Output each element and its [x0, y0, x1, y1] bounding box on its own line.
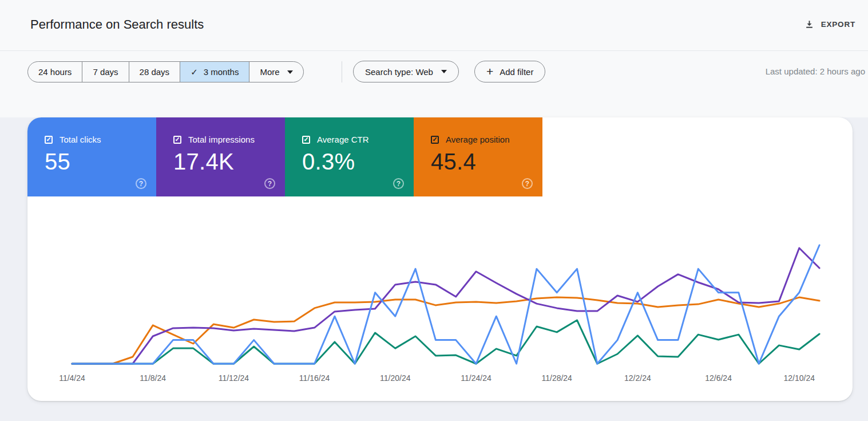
add-filter-label: Add filter	[500, 67, 533, 77]
x-axis-label: 11/16/24	[299, 373, 330, 383]
performance-chart[interactable]: 11/4/2411/8/2411/12/2411/16/2411/20/2411…	[27, 196, 853, 401]
last-updated: Last updated: 2 hours ago	[766, 66, 865, 76]
checkbox-checked-icon[interactable]: ✓	[173, 136, 181, 144]
metric-card-label: Average CTR	[317, 135, 369, 144]
page-title: Performance on Search results	[30, 17, 204, 32]
search-console-performance-page: Performance on Search results EXPORT 24 …	[0, 0, 868, 421]
date-range-24-hours[interactable]: 24 hours	[28, 62, 82, 82]
metric-card-header: ✓Total clicks	[45, 135, 101, 144]
x-axis-label: 12/2/24	[624, 373, 651, 383]
chevron-down-icon	[287, 70, 293, 74]
add-filter-button[interactable]: + Add filter	[474, 61, 545, 82]
x-axis-label: 11/12/24	[219, 373, 249, 383]
metric-card-value: 17.4K	[173, 149, 234, 175]
metric-card-value: 0.3%	[302, 149, 355, 175]
metric-card-position[interactable]: ✓Average position45.4?	[414, 117, 542, 196]
help-icon[interactable]: ?	[136, 178, 146, 189]
header-divider	[0, 50, 868, 51]
help-icon[interactable]: ?	[393, 178, 404, 189]
metric-card-label: Total impressions	[188, 135, 255, 144]
date-range-label: 28 days	[140, 67, 170, 77]
header-band: Performance on Search results EXPORT 24 …	[0, 0, 868, 117]
ctr-line	[72, 320, 819, 364]
metric-card-label: Total clicks	[60, 135, 101, 144]
help-icon[interactable]: ?	[522, 178, 533, 189]
metric-card-label: Average position	[446, 135, 509, 144]
checkbox-checked-icon[interactable]: ✓	[302, 136, 310, 144]
x-axis-label: 11/8/24	[140, 373, 166, 383]
x-axis-label: 12/10/24	[784, 373, 815, 383]
download-icon	[804, 19, 815, 30]
x-axis-label: 11/20/24	[380, 373, 411, 383]
date-range-selector: 24 hours7 days28 days✓3 monthsMore	[27, 61, 304, 82]
search-type-filter[interactable]: Search type: Web	[353, 61, 459, 82]
date-range-3-months[interactable]: ✓3 months	[180, 62, 249, 82]
date-range-label: 3 months	[204, 67, 239, 77]
search-type-label: Search type: Web	[365, 67, 433, 77]
metric-card-header: ✓Average CTR	[302, 135, 369, 144]
impressions-line	[72, 248, 819, 364]
metric-card-ctr[interactable]: ✓Average CTR0.3%?	[285, 117, 414, 196]
metric-card-value: 55	[45, 149, 70, 175]
export-label: EXPORT	[821, 20, 855, 29]
x-axis-label: 12/6/24	[705, 373, 732, 383]
date-range-more[interactable]: More	[249, 62, 303, 82]
help-icon[interactable]: ?	[264, 178, 275, 189]
metric-card-impressions[interactable]: ✓Total impressions17.4K?	[156, 117, 285, 196]
date-range-label: More	[260, 67, 279, 77]
metric-card-value: 45.4	[431, 149, 476, 175]
chevron-down-icon	[441, 70, 447, 73]
x-axis-label: 11/24/24	[461, 373, 492, 383]
checkmark-icon: ✓	[191, 67, 198, 77]
position-line	[72, 297, 819, 364]
date-range-label: 24 hours	[38, 67, 72, 77]
toolbar-divider	[342, 61, 342, 82]
date-range-label: 7 days	[93, 67, 118, 77]
export-button[interactable]: EXPORT	[800, 18, 859, 30]
metric-card-clicks[interactable]: ✓Total clicks55?	[27, 117, 156, 196]
performance-panel: ✓Total clicks55?✓Total impressions17.4K?…	[27, 117, 853, 401]
x-axis-label: 11/28/24	[541, 373, 572, 383]
metric-card-header: ✓Average position	[431, 135, 509, 144]
metric-card-header: ✓Total impressions	[173, 135, 255, 144]
date-range-28-days[interactable]: 28 days	[129, 62, 180, 82]
metric-cards: ✓Total clicks55?✓Total impressions17.4K?…	[27, 117, 542, 196]
checkbox-checked-icon[interactable]: ✓	[431, 136, 439, 144]
x-axis-label: 11/4/24	[59, 373, 85, 383]
checkbox-checked-icon[interactable]: ✓	[45, 136, 53, 144]
date-range-7-days[interactable]: 7 days	[82, 62, 128, 82]
plus-icon: +	[486, 65, 493, 77]
